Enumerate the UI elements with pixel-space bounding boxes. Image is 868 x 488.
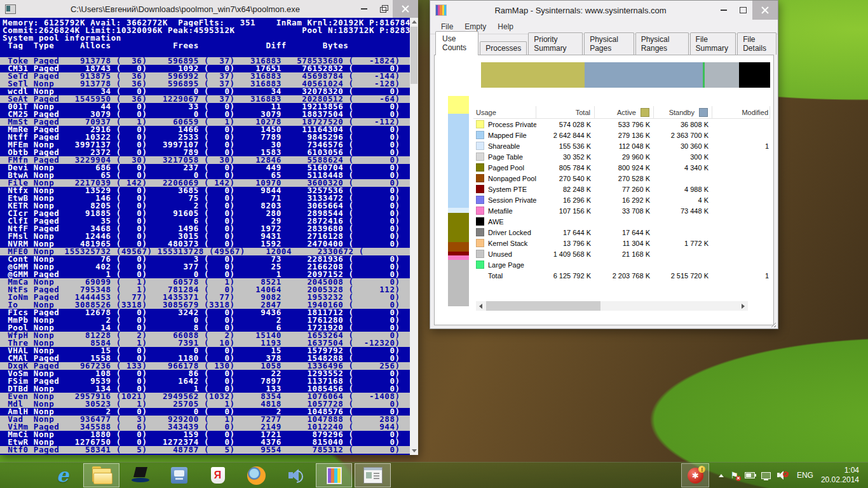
usage-cell: Page Table (473, 152, 536, 161)
action-center-button[interactable]: ⚑ ✕ (730, 471, 738, 480)
scroll-down-arrow[interactable] (410, 447, 418, 455)
table-row[interactable]: Nonpaged Pool270 540 K270 528 K (473, 173, 770, 184)
tab-use-counts[interactable]: Use Counts (435, 31, 478, 55)
console-header-line: Commit:2626824K Limit:10320096K Peak:459… (0, 27, 410, 34)
table-row[interactable]: Process Private574 028 K533 796 K36 808 … (473, 119, 770, 130)
table-row[interactable]: Paged Pool805 784 K800 924 K4 340 K (473, 162, 770, 173)
taskbar-button-file-explorer[interactable] (83, 463, 119, 487)
console-restore-button[interactable] (374, 0, 393, 18)
pool-tag-row: Vad Nonp 936477 ( 3) 929200 ( 1) 7277 10… (0, 416, 410, 423)
volume-button[interactable] (777, 470, 789, 480)
table-row[interactable]: Kernel Stack13 796 K11 304 K1 772 K (473, 238, 770, 248)
pool-tag-row: MFEm Nonp 3997137 ( 0) 3997107 ( 0) 30 7… (0, 141, 410, 149)
usage-color-swatch (476, 174, 484, 182)
show-hidden-icons-button[interactable] (719, 474, 724, 477)
network-button[interactable] (761, 472, 771, 479)
usage-cell: Large Page (473, 261, 536, 269)
taskbar-button-internet-explorer[interactable]: e (44, 463, 81, 487)
table-row[interactable]: Session Private16 296 K16 292 K4 K (473, 194, 770, 205)
pool-tag-row: MmCi Nonp 1880 ( 0) 159 ( 0) 1721 879296… (0, 431, 410, 438)
column-header-standby[interactable]: Standby (654, 106, 712, 118)
console-header-line: System pool information (0, 34, 410, 42)
taskbar-button-poolmon-console[interactable] (355, 463, 391, 487)
tab-file-summary[interactable]: File Summary (690, 32, 736, 55)
console-icon-part (366, 472, 372, 478)
console-titlebar[interactable]: C:\Users\Евгений\Downloads\poolmon_win7\… (0, 0, 418, 18)
standby-cell: 4 340 K (654, 164, 712, 172)
taskbar-button-laptop-app[interactable] (122, 463, 158, 487)
usage-name: Total (488, 272, 503, 280)
column-header-label: Modified (742, 109, 768, 116)
pool-tag-row: IoNm Paged 1444453 ( 77) 1435371 ( 77) 9… (0, 294, 410, 301)
pool-tag-row: SeTl Nonp 913778 ( 36) 596895 ( 37) 3168… (0, 80, 410, 88)
active-color-swatch (641, 108, 649, 117)
pool-tag-row: VoSm Nonp 108 ( 0) 86 ( 0) 22 1293552 ( … (0, 370, 410, 377)
total-cell: 30 352 K (536, 153, 595, 161)
hscroll-thumb[interactable] (486, 301, 600, 311)
usage-name: Page Table (488, 153, 523, 161)
scroll-right-arrow[interactable] (738, 301, 748, 311)
table-horizontal-scrollbar[interactable] (476, 301, 748, 311)
column-header-label: Standby (669, 109, 695, 116)
table-row[interactable]: Large Page (473, 259, 770, 270)
console-output: Memory: 6125792K Avail: 3662772K PageFlt… (0, 19, 410, 454)
active-cell: 800 924 K (595, 164, 654, 172)
table-row[interactable]: Metafile107 156 K33 708 K73 448 K (473, 205, 770, 216)
console-header-line: Tag Type Allocs Frees Diff Bytes (0, 42, 410, 50)
rammap-app-icon (435, 4, 447, 16)
chevron-up-icon (719, 474, 724, 477)
pool-tag-row: SeAt Paged 1545950 ( 36) 1229067 ( 37) 3… (0, 95, 410, 103)
scroll-left-arrow[interactable] (476, 301, 485, 311)
tab-priority-summary[interactable]: Priority Summary (528, 32, 583, 55)
antivirus-tray-icon[interactable]: ✱ ! (681, 463, 709, 487)
taskbar-button-firefox-browser[interactable] (238, 463, 275, 487)
rammap-titlebar[interactable]: RamMap - Sysinternals: www.sysinternals.… (430, 1, 778, 20)
column-header-modified[interactable]: Modified (712, 106, 770, 118)
pool-tag-row: MmCa Nonp 69099 ( 1) 60578 ( 1) 8521 204… (0, 278, 410, 286)
tab-physical-ranges[interactable]: Physical Ranges (635, 32, 689, 55)
taskbar-button-rammap-app[interactable] (316, 463, 352, 487)
active-cell: 11 304 K (595, 240, 654, 247)
pool-tag-row: ClfI Paged 35 ( 0) 6 ( 0) 29 2872416 ( 0… (0, 217, 410, 225)
taskbar-buttons: eЯ (44, 463, 393, 488)
table-row[interactable]: Total6 125 792 K2 203 768 K2 515 720 K1 (473, 270, 770, 281)
console-header-line: Memory: 6125792K Avail: 3662772K PageFlt… (0, 19, 410, 27)
rammap-minimize-button[interactable] (714, 1, 733, 20)
standby-cell: 4 988 K (654, 186, 712, 193)
close-icon (761, 6, 769, 14)
rammap-close-button[interactable] (752, 1, 778, 20)
table-row[interactable]: Mapped File2 642 844 K279 136 K2 363 700… (473, 130, 770, 140)
power-button[interactable] (745, 472, 755, 478)
tab-file-details[interactable]: File Details (737, 32, 776, 55)
taskbar-button-blue-app[interactable] (161, 463, 197, 487)
clock-time: 1:04 (821, 466, 859, 475)
column-header-usage[interactable]: Usage (473, 106, 536, 118)
console-minimize-button[interactable] (355, 0, 374, 18)
tab-processes[interactable]: Processes (480, 41, 527, 55)
table-row[interactable]: Page Table30 352 K29 960 K300 K (473, 151, 770, 162)
rammap-maximize-button[interactable] (733, 1, 752, 20)
language-indicator[interactable]: ENG (797, 471, 813, 480)
usage-cell: System PTE (473, 185, 536, 193)
console-scroll-thumb[interactable] (410, 27, 417, 84)
up-arrow-icon (412, 20, 417, 24)
scroll-up-arrow[interactable] (410, 18, 418, 26)
tab-physical-pages[interactable]: Physical Pages (584, 32, 634, 55)
taskbar-button-volume-app[interactable] (277, 463, 313, 487)
table-row[interactable]: Driver Locked17 644 K17 644 K (473, 227, 770, 238)
menu-item-help[interactable]: Help (492, 21, 519, 32)
console-scrollbar[interactable] (410, 18, 418, 455)
memory-usage-bar (481, 62, 770, 88)
taskbar-button-yandex-browser[interactable]: Я (200, 463, 236, 487)
console-close-button[interactable] (393, 0, 418, 18)
column-header-total[interactable]: Total (536, 106, 595, 118)
usage-cell: Shareable (473, 142, 536, 150)
table-row[interactable]: System PTE82 248 K77 260 K4 988 K (473, 184, 770, 194)
console-body: Memory: 6125792K Avail: 3662772K PageFlt… (0, 18, 418, 455)
table-row[interactable]: Unused1 409 568 K21 168 K (473, 248, 770, 259)
table-row[interactable]: AWE (473, 216, 770, 227)
table-row[interactable]: Shareable155 536 K112 048 K30 360 K1 (473, 140, 770, 151)
pool-tag-row: EtwR Nonp 1276750 ( 0) 1272374 ( 0) 4376… (0, 438, 410, 446)
clock[interactable]: 1:04 20.02.2014 (821, 466, 859, 485)
column-header-active[interactable]: Active (595, 106, 654, 118)
